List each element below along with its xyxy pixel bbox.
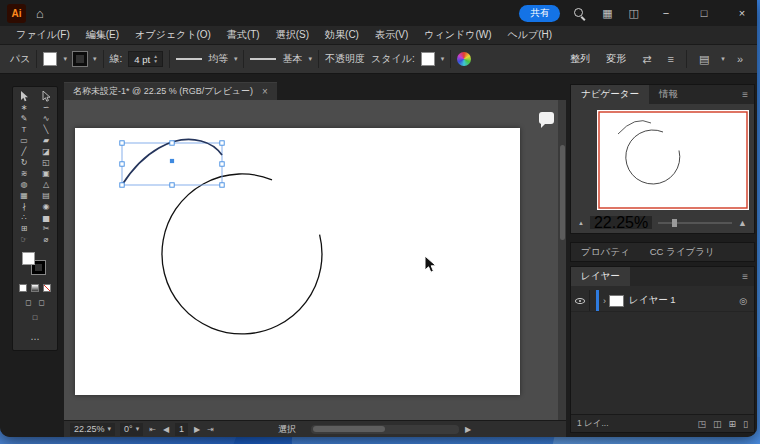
new-layer-icon[interactable]: ⊞ [729, 419, 737, 429]
minimize-button[interactable]: − [651, 0, 681, 26]
draw-behind-icon[interactable]: ◻ [39, 298, 45, 307]
horizontal-scrollbar-thumb[interactable] [313, 426, 385, 432]
document-grid-icon[interactable]: ▤ [695, 53, 713, 66]
rectangle-tool[interactable]: ▭ [13, 135, 35, 146]
pen-tool[interactable]: ✎ [13, 113, 35, 124]
horizontal-scrollbar[interactable] [311, 425, 459, 434]
none-button[interactable] [43, 284, 51, 292]
artboard-tool[interactable]: ⊞ [13, 223, 35, 234]
magic-wand-tool[interactable]: ∗ [13, 102, 35, 113]
rotate-tool[interactable]: ↻ [13, 157, 35, 168]
blend-tool[interactable]: ◉ [35, 201, 57, 212]
brush-dropdown-icon[interactable]: ▾ [308, 55, 312, 63]
free-transform-tool[interactable]: ▣ [35, 168, 57, 179]
edit-toolbar-button[interactable]: ⋯ [13, 334, 57, 346]
shape-builder-tool[interactable]: ◍ [13, 179, 35, 190]
grid-dropdown-icon[interactable]: ▾ [721, 55, 725, 63]
navigator-panel-menu-icon[interactable]: ≡ [736, 85, 754, 104]
artboard-number-field[interactable]: 1 [175, 423, 188, 436]
canvas[interactable] [64, 100, 566, 420]
options-menu-icon[interactable]: ≡ [664, 53, 678, 65]
layer-thumbnail[interactable] [609, 295, 624, 307]
paintbrush-tool[interactable]: ▰ [35, 135, 57, 146]
mesh-tool[interactable]: ▦ [13, 190, 35, 201]
color-button[interactable] [19, 284, 27, 292]
menu-window[interactable]: ウィンドウ(W) [416, 28, 499, 42]
gradient-button[interactable] [31, 284, 39, 292]
opacity-label[interactable]: 不透明度 [325, 52, 365, 66]
navigator-zoom-slider-thumb[interactable] [672, 219, 677, 227]
perspective-grid-tool[interactable]: △ [35, 179, 57, 190]
navigator-preview[interactable] [597, 110, 749, 210]
pencil-tool[interactable]: ╱ [13, 146, 35, 157]
menu-edit[interactable]: 編集(E) [78, 28, 127, 42]
eraser-tool[interactable]: ◪ [35, 146, 57, 157]
zoom-out-icon[interactable]: ▲ [578, 220, 584, 226]
style-swatch[interactable] [421, 52, 435, 66]
lasso-tool[interactable]: ∽ [35, 102, 57, 113]
screen-mode-icon[interactable]: □ [33, 313, 38, 322]
navigator-zoom-field[interactable]: 22.25% [590, 216, 652, 229]
menu-view[interactable]: 表示(V) [367, 28, 416, 42]
toolbar-fill-swatch[interactable] [22, 252, 35, 265]
home-icon[interactable]: ⌂ [34, 6, 46, 21]
previous-artboard-icon[interactable]: ◀ [162, 425, 170, 434]
zoom-tool[interactable]: ⌀ [35, 234, 57, 245]
tab-info[interactable]: 情報 [649, 85, 688, 104]
zoom-in-icon[interactable]: ▲ [738, 218, 747, 228]
menu-effect[interactable]: 効果(C) [317, 28, 367, 42]
hand-tool[interactable]: ☞ [13, 234, 35, 245]
stroke-weight-stepper[interactable]: ▴ ▾ [154, 54, 157, 65]
align-button[interactable]: 整列 [566, 52, 594, 66]
search-icon[interactable] [573, 7, 585, 19]
make-mask-icon[interactable]: ◫ [713, 419, 722, 429]
slice-tool[interactable]: ✂ [35, 223, 57, 234]
share-button[interactable]: 共有 [519, 5, 560, 22]
menu-type[interactable]: 書式(T) [219, 28, 268, 42]
document-tab[interactable]: 名称未設定-1* @ 22.25 % (RGB/プレビュー) × [64, 82, 277, 100]
layer-expand-icon[interactable]: › [603, 296, 606, 306]
zoom-dropdown-icon[interactable]: ▾ [108, 425, 112, 433]
vertical-scrollbar-thumb[interactable] [560, 145, 565, 240]
menu-select[interactable]: 選択(S) [268, 28, 317, 42]
eyedropper-tool[interactable]: ∤ [13, 201, 35, 212]
layers-panel-menu-icon[interactable]: ≡ [736, 267, 754, 286]
style-dropdown-icon[interactable]: ▾ [441, 55, 445, 63]
width-tool[interactable]: ≋ [13, 168, 35, 179]
workspace-switcher-icon[interactable]: ▦ [598, 7, 616, 20]
line-segment-tool[interactable]: ╲ [35, 124, 57, 135]
direct-selection-tool[interactable] [35, 91, 57, 102]
curvature-tool[interactable]: ∿ [35, 113, 57, 124]
vertical-scrollbar[interactable] [558, 100, 566, 420]
width-profile-dropdown-icon[interactable]: ▾ [234, 55, 238, 63]
gradient-tool[interactable]: ▤ [35, 190, 57, 201]
draw-normal-icon[interactable]: ◻ [25, 298, 31, 307]
stepper-down-icon[interactable]: ▾ [154, 59, 157, 65]
document-tab-close-icon[interactable]: × [262, 86, 268, 97]
selection-tool[interactable] [13, 91, 35, 102]
tab-layers[interactable]: レイヤー [571, 267, 630, 286]
symbol-sprayer-tool[interactable]: ∴ [13, 212, 35, 223]
navigator-zoom-slider[interactable] [658, 222, 732, 224]
swap-icon[interactable]: ⇄ [638, 53, 655, 66]
zoom-level-select[interactable]: 22.25% ▾ [70, 423, 115, 436]
fill-color-swatch[interactable] [43, 52, 57, 66]
tab-properties[interactable]: プロパティ [571, 243, 640, 261]
scale-tool[interactable]: ◱ [35, 157, 57, 168]
column-graph-tool[interactable]: ▅ [35, 212, 57, 223]
layer-name[interactable]: レイヤー 1 [629, 294, 676, 307]
menu-file[interactable]: ファイル(F) [8, 28, 78, 42]
tab-navigator[interactable]: ナビゲーター [571, 85, 649, 104]
artboard[interactable] [75, 128, 520, 395]
fill-dropdown-icon[interactable]: ▾ [63, 55, 67, 63]
rotation-select[interactable]: 0° ▾ [120, 423, 143, 436]
stroke-color-swatch[interactable] [73, 52, 87, 66]
rotation-dropdown-icon[interactable]: ▾ [136, 425, 140, 433]
delete-layer-icon[interactable]: ▯ [743, 419, 748, 429]
menu-object[interactable]: オブジェクト(O) [127, 28, 219, 42]
transform-button[interactable]: 変形 [602, 52, 630, 66]
panel-arrange-icon[interactable]: ◫ [625, 7, 643, 20]
close-button[interactable]: × [727, 0, 757, 26]
stroke-weight-field[interactable]: 4 pt ▴ ▾ [128, 51, 163, 67]
collapse-panels-icon[interactable]: » [733, 53, 747, 65]
